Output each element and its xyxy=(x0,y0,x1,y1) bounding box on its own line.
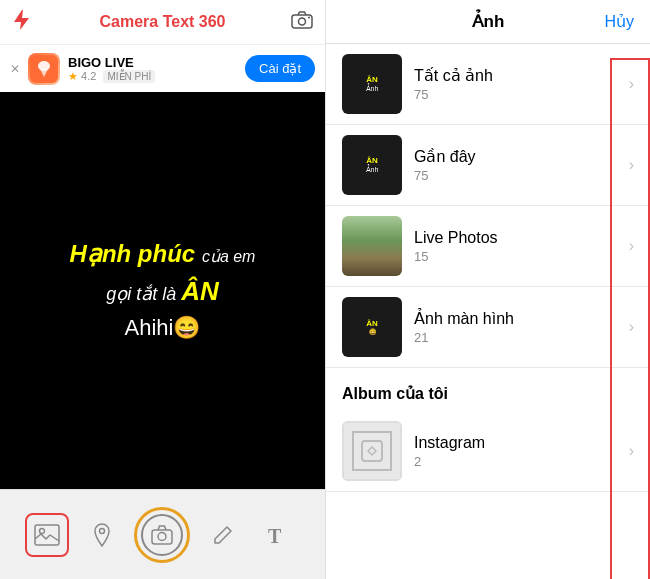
album-count-anhmh: 21 xyxy=(414,330,617,345)
arrow-icon-live: › xyxy=(629,237,634,255)
my-albums-section-header: Album của tôi xyxy=(326,368,650,411)
album-info-instagram: Instagram 2 xyxy=(414,434,617,469)
album-thumb-tatca: ÂN Ảnh xyxy=(342,54,402,114)
ad-info: BIGO LIVE ★ 4.2 MIỄN PHÍ xyxy=(68,55,237,83)
album-thumb-gannay: ÂN Ảnh xyxy=(342,135,402,195)
album-name-gannay: Gần đây xyxy=(414,147,617,166)
album-count-gannay: 75 xyxy=(414,168,617,183)
album-info-tatca: Tất cả ảnh 75 xyxy=(414,66,617,102)
ad-app-name: BIGO LIVE xyxy=(68,55,237,70)
album-name-tatca: Tất cả ảnh xyxy=(414,66,617,85)
album-count-live: 15 xyxy=(414,249,617,264)
album-thumb-live xyxy=(342,216,402,276)
top-bar: Camera Text 360 xyxy=(0,0,325,44)
image-tool-button[interactable] xyxy=(25,513,69,557)
bottom-toolbar: T xyxy=(0,489,325,579)
left-panel: Camera Text 360 ✕ BIGO LIVE ★ 4.2 xyxy=(0,0,325,579)
album-count-tatca: 75 xyxy=(414,87,617,102)
lightning-icon[interactable] xyxy=(12,9,30,35)
canvas-line2: gọi tắt là ÂN xyxy=(70,273,256,309)
svg-rect-6 xyxy=(35,525,59,545)
album-item-anhmh[interactable]: ÂN 😄 Ảnh màn hình 21 › xyxy=(326,287,650,368)
svg-point-8 xyxy=(99,528,104,533)
album-name-instagram: Instagram xyxy=(414,434,617,452)
app-title: Camera Text 360 xyxy=(100,13,226,31)
album-thumb-anhmh: ÂN 😄 xyxy=(342,297,402,357)
album-item-gannay[interactable]: ÂN Ảnh Gần đây 75 › xyxy=(326,125,650,206)
svg-rect-12 xyxy=(362,441,382,461)
camera-icon-top[interactable] xyxy=(291,11,313,33)
cancel-button[interactable]: Hủy xyxy=(604,12,634,31)
ad-install-button[interactable]: Cài đặt xyxy=(245,55,315,82)
album-info-gannay: Gần đây 75 xyxy=(414,147,617,183)
edit-tool-button[interactable] xyxy=(201,513,245,557)
svg-point-1 xyxy=(299,18,306,25)
ad-rating: ★ 4.2 MIỄN PHÍ xyxy=(68,70,237,83)
canvas-area: Hạnh phúc của em gọi tắt là ÂN Ahihi😄 xyxy=(0,92,325,489)
album-item-live[interactable]: Live Photos 15 › xyxy=(326,206,650,287)
arrow-icon-tatca: › xyxy=(629,75,634,93)
right-panel: Ảnh Hủy ÂN Ảnh Tất cả ảnh 75 › ÂN Ả xyxy=(325,0,650,579)
arrow-icon-anhmh: › xyxy=(629,318,634,336)
text-tool-button[interactable]: T xyxy=(256,513,300,557)
album-list: ÂN Ảnh Tất cả ảnh 75 › ÂN Ảnh Gần đây 75 xyxy=(326,44,650,579)
album-name-anhmh: Ảnh màn hình xyxy=(414,309,617,328)
arrow-icon-instagram: › xyxy=(629,442,634,460)
svg-point-7 xyxy=(40,528,45,533)
ad-close-button[interactable]: ✕ xyxy=(10,62,20,76)
canvas-text: Hạnh phúc của em gọi tắt là ÂN Ahihi😄 xyxy=(50,217,276,364)
svg-point-10 xyxy=(158,532,166,540)
arrow-icon-gannay: › xyxy=(629,156,634,174)
right-header-title: Ảnh xyxy=(472,11,505,32)
ad-bar: ✕ BIGO LIVE ★ 4.2 MIỄN PHÍ Cài đặt xyxy=(0,44,325,92)
svg-point-2 xyxy=(308,17,310,19)
canvas-line1: Hạnh phúc của em xyxy=(70,237,256,271)
shutter-inner xyxy=(141,514,183,556)
album-name-live: Live Photos xyxy=(414,229,617,247)
album-thumb-instagram xyxy=(342,421,402,481)
album-info-live: Live Photos 15 xyxy=(414,229,617,264)
shutter-button[interactable] xyxy=(134,507,190,563)
album-info-anhmh: Ảnh màn hình 21 xyxy=(414,309,617,345)
album-item-tatca[interactable]: ÂN Ảnh Tất cả ảnh 75 › xyxy=(326,44,650,125)
ad-logo xyxy=(28,53,60,85)
album-count-instagram: 2 xyxy=(414,454,617,469)
right-header: Ảnh Hủy xyxy=(326,0,650,44)
location-tool-button[interactable] xyxy=(80,513,124,557)
album-item-instagram[interactable]: Instagram 2 › xyxy=(326,411,650,492)
svg-text:T: T xyxy=(268,525,282,547)
canvas-line3: Ahihi😄 xyxy=(70,313,256,344)
